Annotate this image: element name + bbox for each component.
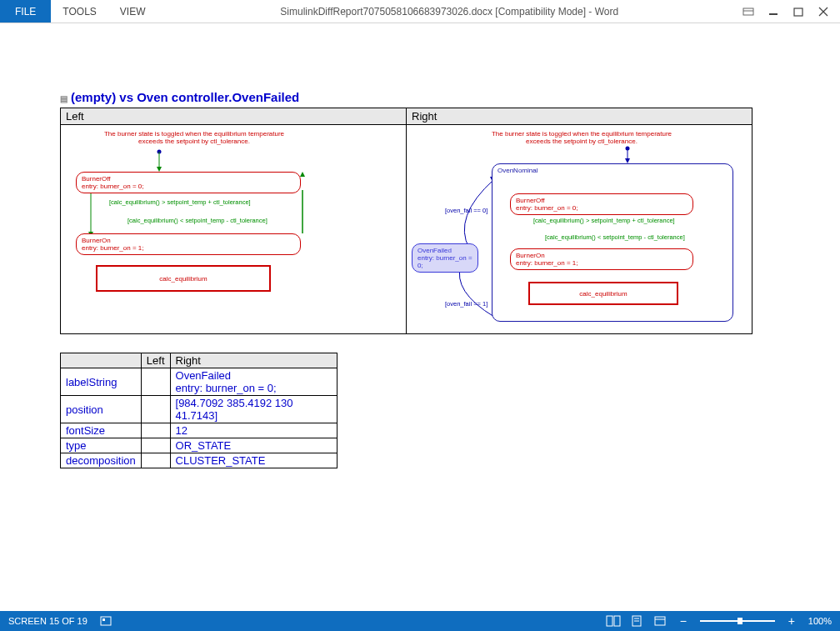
web-layout-icon[interactable]	[653, 614, 667, 628]
right-diagram: The burner state is toggled when the equ…	[407, 125, 752, 333]
prop-left-val	[141, 453, 170, 468]
print-layout-icon[interactable]	[630, 614, 643, 628]
prop-left-val	[141, 438, 170, 453]
file-menu[interactable]: FILE	[0, 0, 51, 23]
burner-on-state: BurnerOn entry: burner_on = 1;	[76, 233, 301, 255]
prop-key: decomposition	[61, 453, 142, 468]
oven-failed-state: OvenFailed entry: burner_on = 0;	[412, 243, 478, 273]
zoom-level[interactable]: 100%	[808, 616, 832, 626]
prop-right-val: [984.7092 385.4192 130 41.7143]	[170, 396, 337, 423]
transition-1-right: [calc_equilibrium() > setpoint_temp + ct…	[533, 217, 675, 224]
minimize-button[interactable]	[767, 5, 780, 18]
prop-key: type	[61, 438, 142, 453]
svg-rect-0	[743, 8, 753, 15]
svg-rect-30	[614, 616, 620, 626]
transition-1-label: [calc_equilibrium() > setpoint_temp + ct…	[109, 198, 251, 206]
prop-right-val: OvenFailed entry: burner_on = 0;	[170, 368, 337, 396]
tools-menu[interactable]: TOOLS	[51, 0, 108, 23]
read-mode-icon[interactable]	[607, 614, 620, 628]
prop-key: fontSize	[61, 423, 142, 438]
macro-icon[interactable]	[99, 614, 112, 628]
prop-key: labelString	[61, 368, 142, 396]
svg-rect-34	[655, 617, 665, 625]
zoom-in-button[interactable]: +	[785, 614, 798, 628]
prop-right-val: CLUSTER_STATE	[170, 453, 337, 468]
diagram-comparison-table: Left Right The burner state is toggled w…	[60, 108, 752, 334]
statusbar: SCREEN 15 OF 19 − + 100%	[0, 611, 840, 631]
screen-indicator[interactable]: SCREEN 15 OF 19	[8, 616, 88, 626]
zoom-slider[interactable]	[700, 620, 775, 622]
calc-equilibrium-func: calc_equilibrium	[96, 265, 271, 292]
prop-left-val	[141, 368, 170, 396]
burner-off-state-right: BurnerOff entry: burner_on = 0;	[510, 193, 693, 215]
prop-key: position	[61, 396, 142, 423]
window-controls	[742, 0, 840, 23]
svg-marker-12	[300, 172, 305, 177]
view-menu[interactable]: VIEW	[108, 0, 158, 23]
svg-rect-27	[101, 617, 111, 625]
document-area: ▤(empty) vs Oven controller.OvenFailed L…	[0, 23, 840, 611]
prop-left-val	[141, 396, 170, 423]
right-column-header: Right	[407, 108, 752, 125]
left-diagram: The burner state is toggled when the equ…	[61, 125, 406, 333]
prop-right-val: 12	[170, 423, 337, 438]
prop-header-blank	[61, 353, 142, 368]
ribbon-toggle-icon[interactable]	[742, 5, 755, 18]
svg-rect-28	[102, 618, 105, 621]
section-heading: ▤(empty) vs Oven controller.OvenFailed	[60, 90, 780, 104]
burner-on-state-right: BurnerOn entry: burner_on = 1;	[510, 248, 693, 270]
window-title: SimulinkDiffReport7075058106683973026.do…	[157, 0, 742, 23]
prop-header-left: Left	[141, 353, 170, 368]
page: ▤(empty) vs Oven controller.OvenFailed L…	[8, 32, 832, 603]
titlebar: FILE TOOLS VIEW SimulinkDiffReport707505…	[0, 0, 840, 23]
properties-table: Left Right labelString OvenFailed entry:…	[60, 353, 338, 468]
svg-rect-3	[794, 8, 802, 16]
calc-equilibrium-right: calc_equilibrium	[528, 282, 678, 305]
prop-header-right: Right	[170, 353, 337, 368]
oven-fail-1-label: [oven_fail == 1]	[445, 300, 488, 308]
svg-rect-29	[607, 616, 612, 626]
outline-icon: ▤	[60, 94, 68, 103]
transition-2-label: [calc_equilibrium() < setpoint_temp - ct…	[128, 217, 268, 224]
prop-left-val	[141, 423, 170, 438]
oven-fail-0-label: [oven_fail == 0]	[445, 207, 488, 214]
prop-right-val: OR_STATE	[170, 438, 337, 453]
close-button[interactable]	[817, 5, 830, 18]
transition-2-right: [calc_equilibrium() < setpoint_temp - ct…	[545, 233, 685, 241]
left-column-header: Left	[61, 108, 407, 125]
restore-button[interactable]	[792, 5, 805, 18]
zoom-out-button[interactable]: −	[677, 614, 690, 628]
burner-off-state: BurnerOff entry: burner_on = 0;	[76, 172, 301, 193]
